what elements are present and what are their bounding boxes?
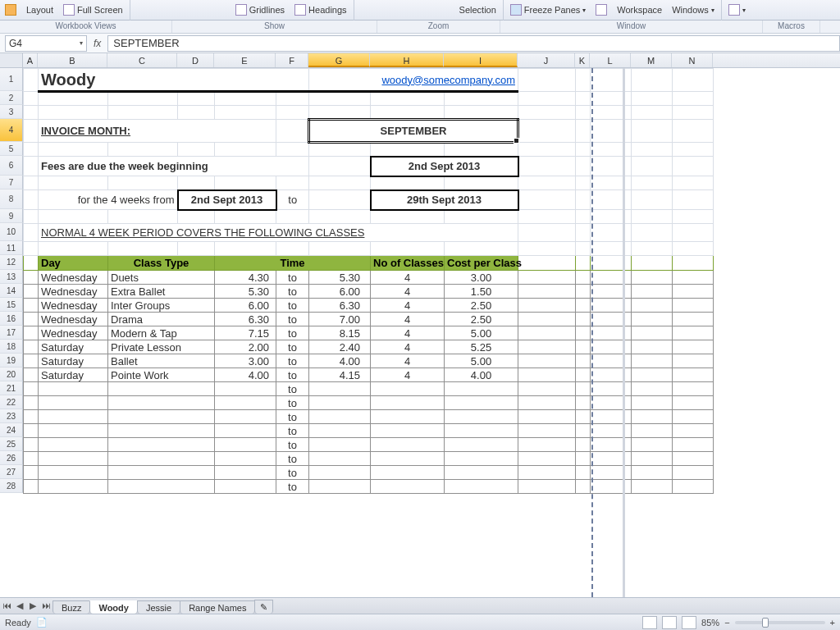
zoom-level[interactable]: 85% bbox=[701, 618, 719, 628]
status-bar: Ready 📄 85% − + bbox=[0, 614, 840, 630]
row-header-13[interactable]: 13 bbox=[0, 270, 23, 284]
col-header-N[interactable]: N bbox=[672, 53, 713, 67]
view-pagebreak-button[interactable] bbox=[682, 616, 696, 629]
row-header-3[interactable]: 3 bbox=[0, 105, 23, 119]
macros-button[interactable]: ▾ bbox=[724, 4, 751, 16]
row-header-4[interactable]: 4 bbox=[0, 119, 23, 142]
formula-input[interactable]: SEPTEMBER bbox=[107, 35, 840, 52]
fx-icon[interactable]: fx bbox=[94, 38, 101, 49]
row-header-23[interactable]: 23 bbox=[0, 409, 23, 423]
split-button[interactable] bbox=[591, 4, 612, 16]
row-header-24[interactable]: 24 bbox=[0, 423, 23, 437]
row-header-2[interactable]: 2 bbox=[0, 91, 23, 105]
col-header-H[interactable]: H bbox=[370, 53, 444, 67]
row-header-12[interactable]: 12 bbox=[0, 255, 23, 270]
row-header-20[interactable]: 20 bbox=[0, 368, 23, 381]
row-header-21[interactable]: 21 bbox=[0, 381, 23, 395]
sheet-tab-woody[interactable]: Woody bbox=[89, 600, 137, 614]
tab-nav-last[interactable]: ⏭ bbox=[39, 600, 52, 614]
sheet-tabs: ⏮ ◀ ▶ ⏭ BuzzWoodyJessieRange Names✎ bbox=[0, 597, 840, 614]
row-header-22[interactable]: 22 bbox=[0, 395, 23, 409]
row-header-9[interactable]: 9 bbox=[0, 209, 23, 223]
row-header-11[interactable]: 11 bbox=[0, 241, 23, 255]
col-header-D[interactable]: D bbox=[177, 53, 214, 67]
page-layout-button[interactable]: Layout bbox=[21, 5, 58, 15]
row-header-15[interactable]: 15 bbox=[0, 298, 23, 312]
frozen-pane-splitter[interactable] bbox=[623, 68, 625, 597]
workspace-button[interactable]: Workspace bbox=[612, 5, 667, 15]
macro-record-icon[interactable]: 📄 bbox=[36, 617, 48, 628]
row-header-8[interactable]: 8 bbox=[0, 189, 23, 209]
gridlines-check[interactable]: Gridlines bbox=[231, 4, 290, 16]
tab-nav-first[interactable]: ⏮ bbox=[0, 600, 13, 614]
col-header-I[interactable]: I bbox=[444, 53, 518, 67]
zoom-plus-button[interactable]: + bbox=[830, 618, 835, 628]
col-header-E[interactable]: E bbox=[214, 53, 276, 67]
ribbon-icon-corner[interactable] bbox=[0, 4, 21, 16]
row-header-27[interactable]: 27 bbox=[0, 465, 23, 479]
sheet-tab-jessie[interactable]: Jessie bbox=[137, 600, 180, 614]
row-header-19[interactable]: 19 bbox=[0, 354, 23, 368]
name-box-value: G4 bbox=[9, 38, 22, 49]
select-all-corner[interactable] bbox=[0, 53, 23, 67]
col-header-B[interactable]: B bbox=[38, 53, 107, 67]
zoom-slider[interactable] bbox=[735, 621, 825, 624]
row-header-17[interactable]: 17 bbox=[0, 326, 23, 340]
tab-nav-prev[interactable]: ◀ bbox=[13, 600, 26, 614]
sheet-tab-buzz[interactable]: Buzz bbox=[52, 600, 90, 614]
view-layout-button[interactable] bbox=[662, 616, 677, 629]
row-header-10[interactable]: 10 bbox=[0, 223, 23, 241]
col-header-L[interactable]: L bbox=[590, 53, 631, 67]
zoom-minus-button[interactable]: − bbox=[724, 618, 729, 628]
row-header-14[interactable]: 14 bbox=[0, 284, 23, 298]
view-normal-button[interactable] bbox=[642, 616, 657, 629]
chevron-down-icon[interactable]: ▾ bbox=[80, 39, 83, 47]
row-header-25[interactable]: 25 bbox=[0, 437, 23, 451]
new-sheet-button[interactable]: ✎ bbox=[254, 600, 273, 614]
column-headers: ABCDEFGHIJKLMN bbox=[0, 53, 840, 68]
cells-grid[interactable]: Woodywoody@somecompany.comINVOICE MONTH:… bbox=[23, 68, 840, 597]
email-link[interactable]: woody@somecompany.com bbox=[309, 74, 518, 86]
col-header-C[interactable]: C bbox=[107, 53, 177, 67]
row-header-18[interactable]: 18 bbox=[0, 340, 23, 354]
row-header-16[interactable]: 16 bbox=[0, 312, 23, 326]
sheet-tab-range-names[interactable]: Range Names bbox=[180, 600, 255, 614]
row-header-5[interactable]: 5 bbox=[0, 142, 23, 156]
zoom-selection-button[interactable]: Selection bbox=[454, 5, 501, 15]
invoice-month-cell[interactable]: SEPTEMBER bbox=[309, 120, 518, 143]
formula-value: SEPTEMBER bbox=[113, 37, 179, 49]
tab-nav-next[interactable]: ▶ bbox=[26, 600, 39, 614]
ribbon: Layout Full Screen Gridlines Headings Se… bbox=[0, 0, 840, 21]
row-header-7[interactable]: 7 bbox=[0, 176, 23, 189]
col-header-K[interactable]: K bbox=[575, 53, 590, 67]
col-header-F[interactable]: F bbox=[276, 53, 308, 67]
formula-bar: G4 ▾ fx SEPTEMBER bbox=[0, 34, 840, 53]
fullscreen-button[interactable]: Full Screen bbox=[58, 4, 128, 16]
col-header-J[interactable]: J bbox=[518, 53, 575, 67]
col-header-G[interactable]: G bbox=[308, 53, 370, 67]
col-header-A[interactable]: A bbox=[23, 53, 38, 67]
row-headers: 1234567891011121314151617181920212223242… bbox=[0, 68, 23, 493]
windows-button[interactable]: Windows ▾ bbox=[667, 5, 719, 15]
col-header-M[interactable]: M bbox=[631, 53, 672, 67]
status-ready: Ready bbox=[5, 618, 31, 628]
row-header-1[interactable]: 1 bbox=[0, 68, 23, 91]
row-header-26[interactable]: 26 bbox=[0, 451, 23, 465]
page-break-indicator bbox=[591, 68, 593, 597]
ribbon-group-labels: Workbook Views Show Zoom Window Macros bbox=[0, 21, 840, 34]
freeze-panes-button[interactable]: Freeze Panes ▾ bbox=[505, 4, 591, 16]
row-header-6[interactable]: 6 bbox=[0, 156, 23, 176]
name-box[interactable]: G4 ▾ bbox=[5, 35, 87, 52]
worksheet-area[interactable]: 1234567891011121314151617181920212223242… bbox=[0, 68, 840, 597]
row-header-28[interactable]: 28 bbox=[0, 479, 23, 493]
headings-check[interactable]: Headings bbox=[290, 4, 351, 16]
